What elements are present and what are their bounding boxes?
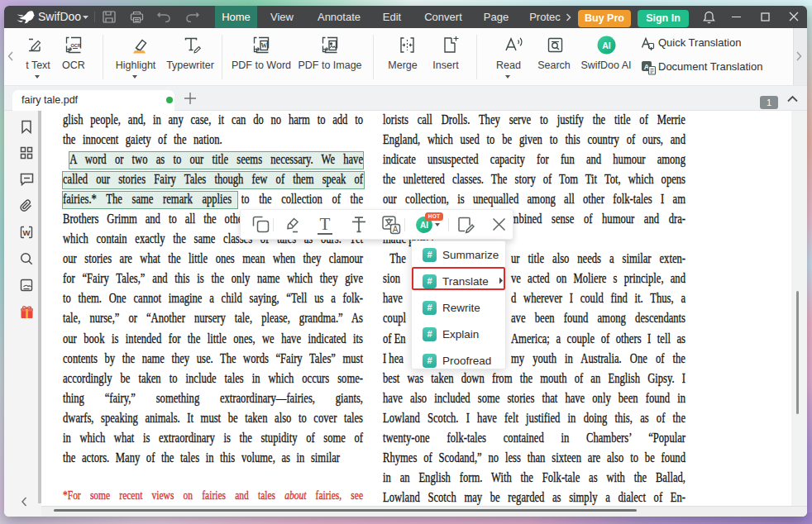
svg-text:AI: AI [420, 221, 428, 230]
svg-text:W: W [23, 228, 31, 237]
svg-text:OCR: OCR [70, 43, 80, 48]
svg-text:W: W [260, 42, 267, 50]
svg-text:AI: AI [602, 40, 611, 50]
svg-text:A: A [393, 225, 399, 234]
